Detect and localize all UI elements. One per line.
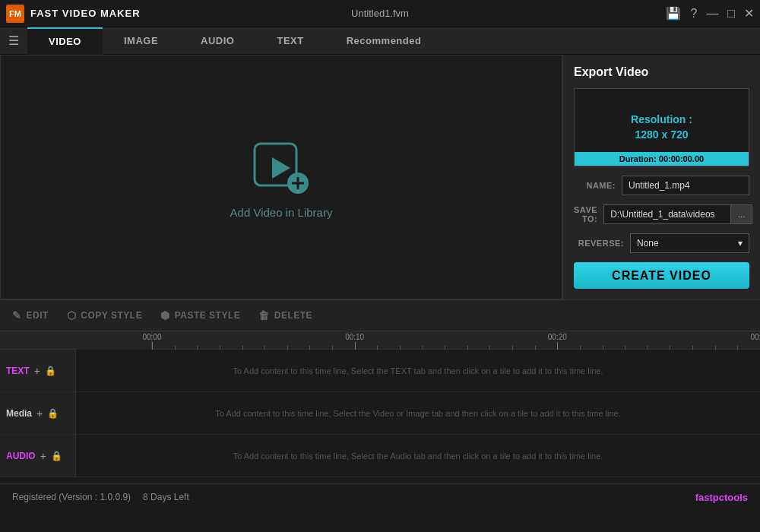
ruler-minor-tick — [467, 346, 468, 350]
track-audio-lock-button[interactable]: 🔒 — [51, 451, 62, 461]
paste-style-icon: ⬢ — [160, 309, 170, 321]
status-registered: Registered (Version : 1.0.0.9) — [12, 492, 131, 502]
tab-audio[interactable]: AUDIO — [179, 27, 255, 55]
track-audio-name: AUDIO — [6, 451, 36, 461]
ruler-minor-tick — [580, 346, 581, 350]
title-bar: FM FAST VIDEO MAKER Untitled1.fvm 💾 ? — … — [0, 0, 760, 27]
ruler-minor-tick — [423, 346, 423, 350]
toolbar: ✎ EDIT ⬡ COPY STYLE ⬢ PASTE STYLE 🗑 DELE… — [0, 299, 760, 331]
ruler-minor-tick — [648, 346, 648, 350]
status-days-left: 8 Days Left — [143, 492, 189, 502]
paste-style-label: PASTE STYLE — [175, 310, 241, 321]
export-reverse-value: None — [637, 238, 659, 249]
ruler-mark-0: 00:00 — [142, 333, 161, 341]
title-left: FM FAST VIDEO MAKER — [6, 5, 141, 23]
ruler-minor-tick — [377, 346, 378, 350]
track-media-name: Media — [6, 408, 32, 419]
save-button[interactable]: 💾 — [666, 8, 681, 20]
ruler-minor-tick — [309, 346, 310, 350]
status-bar: Registered (Version : 1.0.0.9) 8 Days Le… — [0, 483, 760, 510]
export-duration: Duration: 00:00:00.00 — [575, 152, 749, 166]
ruler-minor-tick — [264, 346, 265, 350]
menu-button[interactable]: ☰ — [0, 27, 27, 55]
export-reverse-chevron: ▾ — [738, 238, 743, 249]
tab-text[interactable]: TEXT — [255, 27, 325, 55]
export-reverse-label: REVERSE: — [574, 239, 624, 248]
export-reverse-select[interactable]: None ▾ — [630, 233, 749, 253]
ruler-minor-tick — [715, 346, 716, 350]
status-brand: fastpctools — [695, 492, 748, 503]
track-text-lock-button[interactable]: 🔒 — [45, 366, 56, 376]
paste-style-button[interactable]: ⬢ PASTE STYLE — [160, 309, 240, 321]
brand-pc: pc — [713, 492, 724, 503]
edit-icon: ✎ — [12, 309, 22, 321]
track-text: TEXT + 🔒 To Add content to this time lin… — [0, 350, 760, 392]
edit-label: EDIT — [27, 310, 49, 321]
add-video-icon — [251, 136, 312, 197]
delete-label: DELETE — [274, 310, 312, 321]
track-media-content: To Add content to this time line, Select… — [76, 392, 760, 434]
track-audio-content: To Add content to this time line, Select… — [76, 435, 760, 477]
ruler-minor-tick — [332, 346, 333, 350]
svg-marker-1 — [272, 157, 290, 179]
tab-image[interactable]: IMAGE — [103, 27, 179, 55]
nav-bar: ☰ VIDEO IMAGE AUDIO TEXT Recommended — [0, 27, 760, 55]
edit-button[interactable]: ✎ EDIT — [12, 309, 49, 321]
export-panel: Export Video Resolution : 1280 x 720 Dur… — [562, 55, 760, 299]
app-logo: FM — [6, 5, 24, 23]
track-text-content: To Add content to this time line, Select… — [76, 350, 760, 391]
track-media: Media + 🔒 To Add content to this time li… — [0, 392, 760, 435]
create-video-button[interactable]: CREATE VIDEO — [574, 262, 749, 289]
ruler-mark-3: 00:30 — [750, 333, 760, 341]
filename-label: Untitled1.fvm — [351, 8, 409, 19]
track-audio-add-button[interactable]: + — [40, 450, 46, 462]
export-title: Export Video — [574, 65, 749, 79]
ruler-minor-tick — [197, 346, 198, 350]
copy-style-label: COPY STYLE — [81, 310, 142, 321]
export-name-label: NAME: — [574, 181, 616, 190]
ruler-minor-tick — [692, 346, 693, 350]
export-preview: Resolution : 1280 x 720 Duration: 00:00:… — [574, 88, 749, 166]
tab-recommended[interactable]: Recommended — [325, 27, 443, 55]
tab-video[interactable]: VIDEO — [27, 27, 103, 55]
ruler-minor-tick — [512, 346, 513, 350]
track-media-hint: To Add content to this time line, Select… — [84, 409, 752, 418]
minimize-button[interactable]: — — [706, 8, 718, 20]
ruler-minor-tick — [445, 346, 445, 350]
copy-style-button[interactable]: ⬡ COPY STYLE — [67, 309, 142, 321]
track-audio-hint: To Add content to this time line, Select… — [84, 451, 752, 461]
copy-style-icon: ⬡ — [67, 309, 77, 321]
ruler-minor-tick — [489, 346, 490, 350]
track-text-label: TEXT + 🔒 — [0, 350, 76, 391]
track-text-add-button[interactable]: + — [34, 365, 40, 377]
timeline-tracks: TEXT + 🔒 To Add content to this time lin… — [0, 350, 760, 483]
timeline-ruler-ticks: 00:0000:1000:2000:30 — [152, 331, 760, 350]
video-area[interactable]: Add Video in Library — [0, 55, 562, 299]
export-saveto-row: SAVE TO: ... — [574, 204, 749, 224]
maximize-button[interactable]: □ — [727, 8, 735, 20]
title-controls: 💾 ? — □ ✕ — [666, 8, 754, 20]
export-name-input[interactable] — [622, 176, 749, 195]
app-title: FAST VIDEO MAKER — [30, 8, 141, 19]
ruler-mark-2: 00:20 — [548, 333, 567, 341]
export-resolution: Resolution : 1280 x 720 — [631, 112, 692, 142]
add-video-label: Add Video in Library — [230, 206, 333, 219]
delete-button[interactable]: 🗑 DELETE — [258, 309, 312, 321]
timeline-ruler: 00:0000:1000:2000:30 — [0, 331, 760, 350]
delete-icon: 🗑 — [258, 309, 270, 321]
ruler-minor-tick — [242, 346, 243, 350]
ruler-minor-tick — [603, 346, 603, 350]
track-audio-label: AUDIO + 🔒 — [0, 435, 76, 477]
export-browse-button[interactable]: ... — [731, 204, 752, 224]
close-button[interactable]: ✕ — [744, 8, 754, 20]
ruler-minor-tick — [287, 346, 288, 350]
track-media-label: Media + 🔒 — [0, 392, 76, 434]
brand-tools: tools — [724, 492, 748, 503]
track-media-add-button[interactable]: + — [36, 407, 43, 420]
ruler-minor-tick — [737, 346, 738, 350]
export-saveto-input[interactable] — [603, 204, 731, 224]
help-button[interactable]: ? — [690, 8, 697, 20]
main-content: Add Video in Library Export Video Resolu… — [0, 55, 760, 299]
track-media-lock-button[interactable]: 🔒 — [47, 408, 59, 419]
ruler-mark-1: 00:10 — [345, 333, 364, 341]
